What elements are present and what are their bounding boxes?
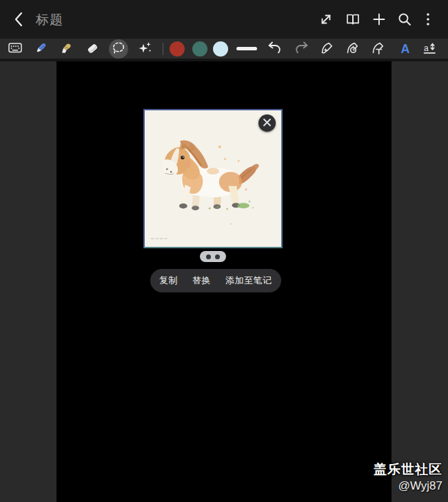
menu-item-copy[interactable]: 复制	[159, 274, 178, 287]
sparkle-effects-tool-button[interactable]	[135, 39, 154, 59]
menu-item-add-to-note[interactable]: 添加至笔记	[225, 274, 272, 287]
letter-a-style-icon: A	[401, 43, 410, 55]
notes-editor-screen: 标题	[0, 0, 448, 502]
color-swatch-red[interactable]	[170, 41, 185, 57]
undo-button[interactable]	[265, 39, 284, 59]
keyboard-icon	[7, 39, 23, 59]
pen-tool-button[interactable]	[32, 39, 51, 59]
svg-text:a: a	[424, 43, 429, 53]
redo-arrow-icon	[294, 39, 310, 59]
eraser-tool-button[interactable]	[83, 39, 102, 59]
page-dot	[215, 254, 220, 259]
watercolor-pony-illustration	[145, 110, 281, 247]
reader-view-button[interactable]	[343, 9, 363, 30]
pen-timer-icon	[345, 39, 361, 59]
more-options-kebab-icon	[420, 11, 436, 28]
search-icon	[396, 11, 413, 28]
search-button[interactable]	[394, 9, 415, 30]
lasso-selection-tool-button[interactable]	[109, 39, 128, 59]
pen-beautify-button[interactable]	[318, 39, 337, 59]
pen-timer-button[interactable]	[343, 39, 363, 59]
redo-button[interactable]	[292, 39, 312, 59]
keyboard-tool-button[interactable]	[6, 39, 25, 59]
color-swatch-teal[interactable]	[192, 41, 207, 57]
text-size-button[interactable]: a	[420, 39, 439, 59]
reader-view-book-icon	[345, 11, 361, 28]
undo-arrow-icon	[266, 39, 283, 59]
color-swatch-lightblue[interactable]	[213, 41, 228, 57]
page-dot	[206, 254, 211, 259]
drawing-toolbar: A a	[0, 39, 448, 61]
expand-button[interactable]	[316, 9, 336, 30]
back-button[interactable]	[9, 9, 30, 30]
note-title[interactable]: 标题	[36, 11, 63, 29]
more-options-button[interactable]	[418, 9, 438, 30]
pen-to-text-button[interactable]	[369, 39, 388, 59]
letter-style-button[interactable]: A	[396, 39, 415, 59]
toolbar-divider	[163, 43, 163, 55]
text-size-icon: a	[421, 39, 438, 59]
add-page-button[interactable]	[369, 9, 389, 30]
chevron-left-icon	[11, 10, 28, 28]
plus-icon	[371, 11, 387, 28]
pen-to-text-icon	[370, 39, 387, 59]
menu-item-replace[interactable]: 替换	[192, 274, 211, 287]
image-context-menu: 复制 替换 添加至笔记	[150, 269, 281, 292]
highlighter-tool-button[interactable]	[57, 39, 77, 59]
pen-beautify-sparkle-icon	[319, 39, 336, 59]
deselect-image-button[interactable]	[258, 114, 276, 132]
pen-icon	[33, 39, 50, 59]
expand-diagonal-icon	[318, 11, 334, 28]
eraser-icon	[84, 39, 101, 59]
lasso-selection-icon	[110, 39, 127, 59]
stroke-width-preview[interactable]	[236, 47, 257, 50]
close-x-icon	[263, 117, 272, 130]
highlighter-icon	[59, 39, 75, 59]
sparkle-effects-icon	[136, 39, 153, 59]
app-bar: 标题	[0, 0, 448, 39]
page-indicator-handle[interactable]	[200, 251, 226, 262]
